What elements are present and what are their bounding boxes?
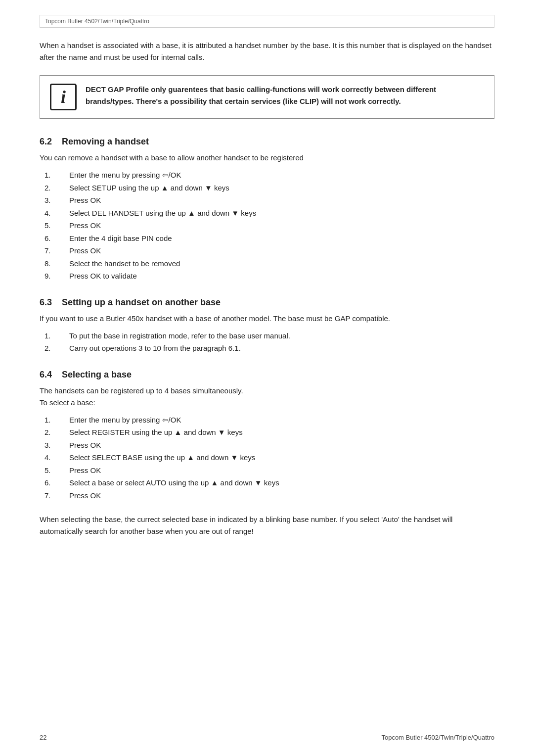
- footer: 22 Topcom Butler 4502/Twin/Triple/Quattr…: [40, 734, 494, 741]
- header-label: Topcom Butler 4502/Twin/Triple/Quattro: [45, 18, 149, 25]
- section-6-3-title: 6.3Setting up a handset on another base: [40, 297, 494, 308]
- list-item: 4.Select SELECT BASE using the up ▲ and …: [40, 451, 494, 464]
- intro-text: When a handset is associated with a base…: [40, 40, 494, 63]
- header-bar: Topcom Butler 4502/Twin/Triple/Quattro: [40, 15, 494, 28]
- page: Topcom Butler 4502/Twin/Triple/Quattro W…: [0, 0, 534, 756]
- list-item: 2.Select REGISTER using the up ▲ and dow…: [40, 426, 494, 439]
- section-6-2-intro: You can remove a handset with a base to …: [40, 152, 494, 164]
- info-box: i DECT GAP Profile only guarentees that …: [40, 75, 494, 119]
- list-item: 1.Enter the menu by pressing ⇦/OK: [40, 414, 494, 426]
- list-item: 5.Press OK: [40, 219, 494, 232]
- list-item: 2.Select SETUP using the up ▲ and down ▼…: [40, 182, 494, 194]
- footer-brand: Topcom Butler 4502/Twin/Triple/Quattro: [381, 734, 494, 741]
- list-item: 3.Press OK: [40, 439, 494, 452]
- list-item: 2.Carry out operations 3 to 10 from the …: [40, 342, 494, 355]
- section-6-3-intro: If you want to use a Butler 450x handset…: [40, 313, 494, 325]
- list-item: 6.Select a base or select AUTO using the…: [40, 476, 494, 489]
- section-6-2: 6.2Removing a handset You can remove a h…: [40, 137, 494, 283]
- section-6-4-outro: When selecting the base, the currect sel…: [40, 514, 494, 537]
- section-6-4-list: 1.Enter the menu by pressing ⇦/OK 2.Sele…: [40, 414, 494, 502]
- list-item: 1.Enter the menu by pressing ⇦/OK: [40, 169, 494, 182]
- info-box-text: DECT GAP Profile only guarentees that ba…: [86, 84, 484, 107]
- list-item: 8.Select the handset to be removed: [40, 257, 494, 270]
- section-6-4-intro: The handsets can be registered up to 4 b…: [40, 385, 494, 409]
- list-item: 1.To put the base in registration mode, …: [40, 330, 494, 342]
- list-item: 7.Press OK: [40, 244, 494, 257]
- list-item: 9.Press OK to validate: [40, 270, 494, 283]
- section-6-2-list: 1.Enter the menu by pressing ⇦/OK 2.Sele…: [40, 169, 494, 283]
- list-item: 3.Press OK: [40, 194, 494, 207]
- list-item: 6.Enter the 4 digit base PIN code: [40, 232, 494, 245]
- section-6-4: 6.4Selecting a base The handsets can be …: [40, 370, 494, 538]
- list-item: 7.Press OK: [40, 489, 494, 502]
- section-6-4-title: 6.4Selecting a base: [40, 370, 494, 380]
- footer-page-number: 22: [40, 734, 46, 741]
- list-item: 5.Press OK: [40, 464, 494, 477]
- section-6-2-title: 6.2Removing a handset: [40, 137, 494, 147]
- section-6-3: 6.3Setting up a handset on another base …: [40, 297, 494, 355]
- list-item: 4.Select DEL HANDSET using the up ▲ and …: [40, 207, 494, 220]
- info-icon: i: [50, 84, 77, 110]
- section-6-3-list: 1.To put the base in registration mode, …: [40, 330, 494, 355]
